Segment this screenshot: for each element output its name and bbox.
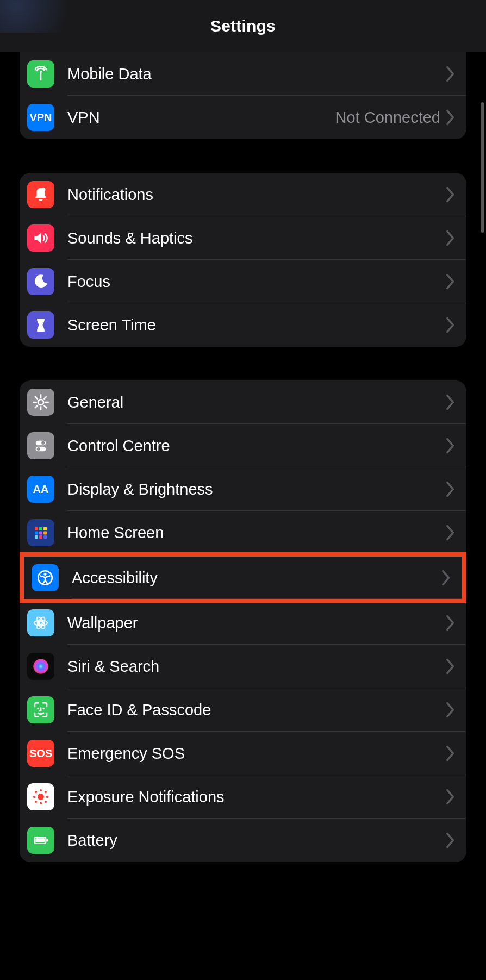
speaker-icon xyxy=(27,224,54,252)
chevron-right-icon xyxy=(446,658,456,675)
bell-icon xyxy=(27,181,54,208)
settings-row-battery[interactable]: Battery xyxy=(20,819,466,862)
svg-point-41 xyxy=(45,791,47,793)
chevron-right-icon xyxy=(446,525,456,541)
settings-row-general[interactable]: General xyxy=(20,380,466,424)
row-label-wallpaper: Wallpaper xyxy=(67,614,446,632)
siri-icon xyxy=(27,653,54,680)
row-label-siri: Siri & Search xyxy=(67,658,446,676)
faceid-icon xyxy=(27,696,54,723)
aa-icon: AA xyxy=(27,476,54,503)
accessibility-icon xyxy=(32,564,59,591)
svg-point-35 xyxy=(38,794,44,800)
svg-rect-18 xyxy=(43,527,47,530)
svg-point-42 xyxy=(35,801,37,803)
settings-row-screentime[interactable]: Screen Time xyxy=(20,303,466,347)
settings-row-exposure[interactable]: Exposure Notifications xyxy=(20,775,466,819)
settings-row-control-centre[interactable]: Control Centre xyxy=(20,424,466,467)
settings-row-sounds[interactable]: Sounds & Haptics xyxy=(20,216,466,260)
chevron-right-icon xyxy=(441,570,451,586)
settings-row-notifications[interactable]: Notifications xyxy=(20,173,466,216)
settings-row-mobile-data[interactable]: Mobile Data xyxy=(20,52,466,96)
chevron-right-icon xyxy=(446,832,456,848)
chevron-right-icon xyxy=(446,702,456,718)
row-label-screentime: Screen Time xyxy=(67,316,446,334)
svg-point-39 xyxy=(46,796,48,798)
row-label-sounds: Sounds & Haptics xyxy=(67,229,446,247)
settings-row-accessibility[interactable]: Accessibility xyxy=(20,552,466,603)
row-value-vpn: Not Connected xyxy=(335,109,440,127)
chevron-right-icon xyxy=(446,186,456,203)
exposure-icon xyxy=(27,783,54,810)
row-label-sos: Emergency SOS xyxy=(67,745,446,763)
gear-icon xyxy=(27,389,54,416)
settings-row-focus[interactable]: Focus xyxy=(20,260,466,303)
svg-point-36 xyxy=(40,789,42,791)
svg-rect-20 xyxy=(39,531,42,534)
row-label-faceid: Face ID & Passcode xyxy=(67,701,446,719)
svg-point-13 xyxy=(41,441,45,445)
svg-point-40 xyxy=(35,791,37,793)
svg-rect-19 xyxy=(35,531,38,534)
svg-point-37 xyxy=(40,802,42,804)
svg-rect-22 xyxy=(35,535,38,539)
svg-point-34 xyxy=(43,708,45,709)
settings-row-wallpaper[interactable]: Wallpaper xyxy=(20,601,466,645)
row-label-display: Display & Brightness xyxy=(67,480,446,498)
grid-icon xyxy=(27,519,54,546)
settings-row-sos[interactable]: SOS Emergency SOS xyxy=(20,732,466,775)
row-label-accessibility: Accessibility xyxy=(72,569,441,587)
sos-icon-text: SOS xyxy=(29,747,52,760)
chevron-right-icon xyxy=(446,273,456,290)
svg-point-2 xyxy=(42,188,46,191)
chevron-right-icon xyxy=(446,230,456,246)
settings-row-display[interactable]: AA Display & Brightness xyxy=(20,467,466,511)
svg-rect-17 xyxy=(39,527,42,530)
aa-icon-text: AA xyxy=(33,483,49,496)
svg-point-38 xyxy=(33,796,35,798)
sos-icon: SOS xyxy=(27,740,54,767)
settings-row-home-screen[interactable]: Home Screen xyxy=(20,511,466,554)
row-label-notifications: Notifications xyxy=(67,186,446,204)
settings-row-faceid[interactable]: Face ID & Passcode xyxy=(20,688,466,732)
svg-point-3 xyxy=(38,400,43,405)
toggles-icon xyxy=(27,432,54,459)
svg-rect-24 xyxy=(43,535,47,539)
chevron-right-icon xyxy=(446,481,456,497)
settings-scroll[interactable]: Mobile Data VPN VPN Not Connected Notifi… xyxy=(0,52,486,917)
svg-line-11 xyxy=(35,405,38,408)
chevron-right-icon xyxy=(446,109,456,126)
svg-rect-23 xyxy=(39,535,42,539)
antenna-icon xyxy=(27,60,54,88)
settings-group-general: General Control Centre AA Display & Brig… xyxy=(20,380,466,862)
svg-rect-21 xyxy=(43,531,47,534)
svg-line-8 xyxy=(35,397,38,399)
vpn-icon: VPN xyxy=(27,104,54,131)
svg-rect-16 xyxy=(35,527,38,530)
settings-group-notifications: Notifications Sounds & Haptics Focus Scr xyxy=(20,173,466,347)
settings-row-siri[interactable]: Siri & Search xyxy=(20,645,466,688)
vpn-icon-text: VPN xyxy=(29,111,52,124)
svg-point-43 xyxy=(45,801,47,803)
row-label-home-screen: Home Screen xyxy=(67,524,446,542)
scroll-indicator[interactable] xyxy=(481,102,484,233)
chevron-right-icon xyxy=(446,317,456,333)
svg-point-27 xyxy=(39,621,42,625)
row-label-focus: Focus xyxy=(67,273,446,291)
chevron-right-icon xyxy=(446,615,456,631)
svg-point-33 xyxy=(37,708,39,709)
chevron-right-icon xyxy=(446,789,456,805)
chevron-right-icon xyxy=(446,438,456,454)
page-title: Settings xyxy=(210,17,276,35)
row-label-exposure: Exposure Notifications xyxy=(67,788,446,806)
chevron-right-icon xyxy=(446,745,456,761)
row-separator xyxy=(72,598,462,599)
hourglass-icon xyxy=(27,311,54,339)
settings-row-vpn[interactable]: VPN VPN Not Connected xyxy=(20,96,466,139)
svg-point-15 xyxy=(37,447,40,451)
svg-rect-46 xyxy=(46,839,48,841)
svg-point-26 xyxy=(43,573,46,576)
row-label-control-centre: Control Centre xyxy=(67,437,446,455)
row-label-battery: Battery xyxy=(67,832,446,850)
svg-line-9 xyxy=(44,405,46,408)
